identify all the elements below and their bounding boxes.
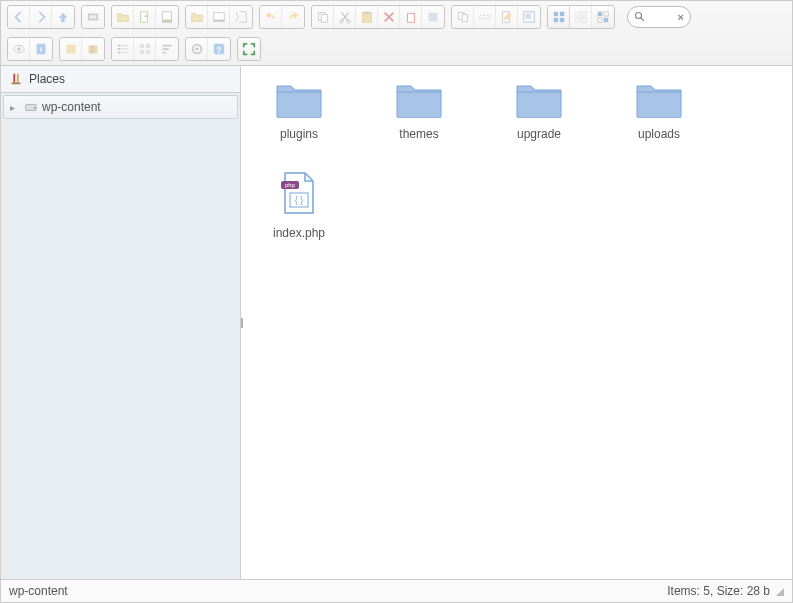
open-button[interactable]	[186, 6, 208, 28]
status-path: wp-content	[9, 584, 68, 598]
duplicate-button[interactable]	[452, 6, 474, 28]
svg-rect-44	[117, 52, 120, 54]
tree-item-wp-content[interactable]: ▸wp-content	[3, 95, 238, 119]
svg-rect-29	[598, 12, 602, 16]
help-button[interactable]: ?	[208, 38, 230, 60]
select-group	[547, 5, 615, 29]
modify-group	[451, 5, 541, 29]
chmod-button[interactable]	[60, 38, 82, 60]
item-themes[interactable]: themes	[369, 74, 469, 145]
newfile-button[interactable]	[134, 6, 156, 28]
viewmode-group	[111, 37, 179, 61]
perm-group	[59, 37, 105, 61]
toolbar-row-1: ×	[1, 1, 792, 33]
places-header: Places	[1, 66, 240, 93]
search-clear-button[interactable]: ×	[678, 11, 684, 23]
upload-button[interactable]	[156, 6, 178, 28]
undo-group	[259, 5, 305, 29]
up-button[interactable]	[52, 6, 74, 28]
archive-button[interactable]	[82, 38, 104, 60]
netmount-button[interactable]	[82, 6, 104, 28]
resize-grip[interactable]	[774, 586, 784, 596]
svg-rect-43	[121, 48, 128, 50]
content-pane[interactable]: pluginsthemesupgradeuploadsphp{ }index.p…	[241, 66, 792, 579]
svg-rect-49	[145, 50, 149, 54]
folder-icon	[275, 78, 323, 121]
svg-rect-32	[604, 18, 608, 22]
selectall-button[interactable]	[548, 6, 570, 28]
open-group	[185, 5, 253, 29]
svg-point-33	[636, 13, 642, 19]
tree-expand-icon[interactable]: ▸	[10, 102, 20, 113]
item-label: upgrade	[517, 127, 561, 141]
svg-rect-22	[559, 12, 563, 16]
svg-rect-26	[581, 12, 585, 16]
svg-rect-16	[462, 14, 467, 21]
sidebar: Places ▸wp-content	[1, 66, 241, 579]
sort-button[interactable]	[156, 38, 178, 60]
paste-button[interactable]	[356, 6, 378, 28]
svg-rect-21	[553, 12, 557, 16]
selectinvert-button[interactable]	[592, 6, 614, 28]
svg-text:{ }: { }	[295, 195, 304, 205]
item-upgrade[interactable]: upgrade	[489, 74, 589, 145]
svg-rect-56	[12, 83, 21, 85]
item-label: uploads	[638, 127, 680, 141]
preview-button[interactable]	[8, 38, 30, 60]
resize-button[interactable]	[518, 6, 540, 28]
hide-button[interactable]	[422, 6, 444, 28]
tree: ▸wp-content	[1, 93, 240, 121]
svg-rect-28	[581, 18, 585, 22]
download-button[interactable]	[208, 6, 230, 28]
rename-button[interactable]	[474, 6, 496, 28]
search-box[interactable]: ×	[627, 6, 691, 28]
forward-button[interactable]	[30, 6, 52, 28]
svg-rect-24	[559, 18, 563, 22]
empty-button[interactable]	[400, 6, 422, 28]
item-uploads[interactable]: uploads	[609, 74, 709, 145]
view-list-button[interactable]	[112, 38, 134, 60]
svg-rect-46	[139, 44, 143, 48]
svg-rect-4	[163, 20, 172, 23]
svg-rect-42	[117, 48, 120, 50]
drive-icon	[24, 100, 38, 114]
main-area: Places ▸wp-content || pluginsthemesupgra…	[1, 66, 792, 579]
prefs-button[interactable]	[186, 38, 208, 60]
selectnone-button[interactable]	[570, 6, 592, 28]
file-group	[111, 5, 179, 29]
copy-button[interactable]	[312, 6, 334, 28]
undo-button[interactable]	[260, 6, 282, 28]
toolbar-row-2: i ?	[1, 33, 792, 65]
newfolder-button[interactable]	[112, 6, 134, 28]
items-grid: pluginsthemesupgradeuploadsphp{ }index.p…	[249, 74, 784, 244]
cut-button[interactable]	[334, 6, 356, 28]
item-plugins[interactable]: plugins	[249, 74, 349, 145]
splitter-handle[interactable]: ||	[237, 315, 245, 331]
info-button[interactable]: i	[30, 38, 52, 60]
view-icons-button[interactable]	[134, 38, 156, 60]
getfile-button[interactable]	[230, 6, 252, 28]
svg-rect-2	[140, 12, 147, 23]
delete-button[interactable]	[378, 6, 400, 28]
edit-button[interactable]	[496, 6, 518, 28]
statusbar: wp-content Items: 5, Size: 28 b	[1, 579, 792, 602]
redo-button[interactable]	[282, 6, 304, 28]
svg-rect-38	[66, 45, 75, 54]
folder-icon	[515, 78, 563, 121]
fullscreen-button[interactable]	[238, 38, 260, 60]
svg-rect-48	[139, 50, 143, 54]
back-button[interactable]	[8, 6, 30, 28]
item-index.php[interactable]: php{ }index.php	[249, 165, 349, 244]
svg-rect-45	[121, 52, 128, 54]
svg-rect-54	[13, 74, 15, 83]
places-label: Places	[29, 72, 65, 86]
svg-rect-11	[362, 13, 371, 23]
places-icon	[9, 72, 23, 86]
status-summary: Items: 5, Size: 28 b	[667, 584, 770, 598]
svg-rect-23	[553, 18, 557, 22]
item-label: index.php	[273, 226, 325, 240]
svg-rect-1	[90, 15, 97, 19]
svg-text:php: php	[285, 182, 296, 188]
svg-rect-31	[598, 18, 602, 22]
tree-item-label: wp-content	[42, 100, 101, 114]
